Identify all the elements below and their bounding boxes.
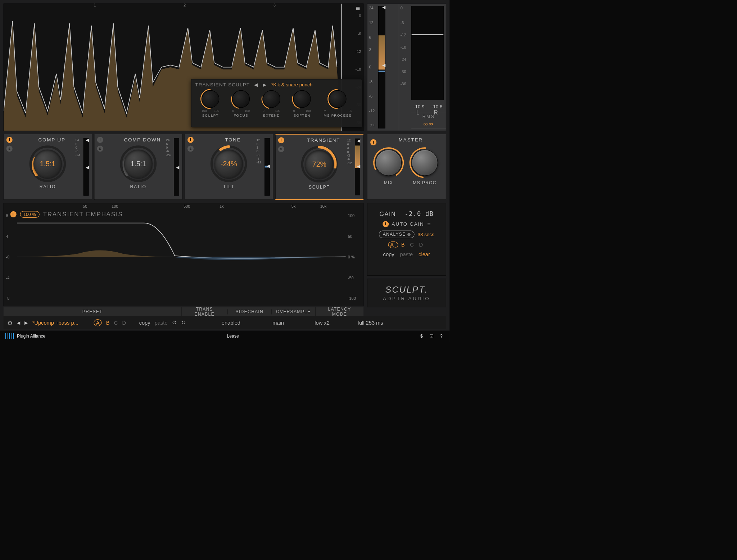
peak-r-value: -10.8 <box>431 104 443 110</box>
preset-prev-icon[interactable]: ◀ <box>17 320 20 325</box>
comp-down-solo-button[interactable]: S <box>97 145 103 152</box>
preset-name[interactable]: *Upcomp +bass p... <box>32 320 78 326</box>
gain-reduction-meter[interactable]: ◀ ◀ <box>378 6 385 128</box>
license-label[interactable]: Lease <box>45 334 420 339</box>
auto-gain-menu-icon[interactable]: ≡ <box>427 221 430 227</box>
comp-up-module: I COMP UP S 1.5:1 RATIO 2460-6-24 ◀◀ <box>4 134 92 200</box>
comp-down-ratio-knob[interactable]: 1.5:1 <box>119 145 157 182</box>
preset-paste-button[interactable]: paste <box>155 320 168 326</box>
transient-popup-preset[interactable]: *Kik & snare punch <box>271 82 312 88</box>
footer-bar: ┃┃┃┃┃ Plugin Alliance Lease $ ⚿ ? <box>0 331 449 342</box>
transient-popup-title: TRANSIENT SCULPT <box>195 82 250 88</box>
snapshot-c-button[interactable]: C <box>410 242 416 248</box>
popup-prev-icon[interactable]: ◀ <box>254 82 258 88</box>
gain-paste-button[interactable]: paste <box>400 251 413 257</box>
extend-knob[interactable]: 0100EXTEND <box>263 90 280 118</box>
transient-sculpt-knob[interactable]: 72% <box>301 145 338 183</box>
gain-panel: GAIN -2.0 dB IAUTO GAIN≡ ANALYSE33 secs … <box>367 203 446 275</box>
preset-a-button[interactable]: A <box>94 319 102 326</box>
analyse-button[interactable]: ANALYSE <box>379 231 415 238</box>
comp-up-ratio-knob[interactable]: 1.5:1 <box>29 145 67 182</box>
tone-module: I TONE S -24% TILT 12630-3-6-12 ◀ <box>185 134 273 200</box>
snapshot-d-button[interactable]: D <box>419 242 425 248</box>
preset-header: PRESET TRANS ENABLE SIDECHAIN OVERSAMPLE… <box>4 307 363 316</box>
plugin-alliance-icon: ┃┃┃┃┃ <box>4 333 14 339</box>
preset-b-button[interactable]: B <box>106 320 110 326</box>
tone-power-button[interactable]: I <box>187 137 194 143</box>
help-icon[interactable]: ? <box>440 334 445 338</box>
transient-module: I TRANSIENT S 72% SCULPT 12630-3-6-12 ◀◀ <box>275 134 364 200</box>
popup-next-icon[interactable]: ▶ <box>263 82 267 88</box>
output-meters: 24 12 6 3 0 -3 -6 -12 -24 ◀ ◀ 0 -6 -12 <box>367 4 446 131</box>
tone-meter[interactable]: 12630-3-6-12 ◀ <box>257 138 270 196</box>
rms-label: RMS ∞∞ <box>411 113 446 128</box>
gain-value[interactable]: -2.0 dB <box>404 210 434 217</box>
comp-up-meter[interactable]: 2460-6-24 ◀◀ <box>76 138 89 196</box>
auto-gain-power-button[interactable]: I <box>383 221 389 227</box>
transient-sculpt-popup: TRANSIENT SCULPT ◀ ▶ *Kik & snare punch … <box>191 79 362 127</box>
sidechain-value[interactable]: main <box>258 320 298 326</box>
master-power-button[interactable]: I <box>370 139 376 145</box>
undo-icon[interactable]: ↺ <box>172 319 177 326</box>
comp-down-meter[interactable]: 2460-6-24 ◀ <box>166 138 179 196</box>
gain-clear-button[interactable]: clear <box>419 251 430 257</box>
hamburger-icon[interactable]: ≡ <box>356 4 360 13</box>
settings-gear-icon[interactable]: ⚙ <box>7 319 13 326</box>
preset-c-button[interactable]: C <box>114 320 118 326</box>
oversample-value[interactable]: low x2 <box>302 320 342 326</box>
tone-tilt-knob[interactable]: -24% <box>210 145 248 182</box>
key-icon[interactable]: ⚿ <box>429 334 437 338</box>
brand-logo: SCULPT. ADPTR AUDIO <box>367 279 446 307</box>
comp-up-power-button[interactable]: I <box>6 137 13 143</box>
preset-d-button[interactable]: D <box>122 320 126 326</box>
transient-power-button[interactable]: I <box>278 137 284 143</box>
tone-solo-button[interactable]: S <box>187 145 194 152</box>
master-msproc-knob[interactable]: MS PROC <box>411 149 438 185</box>
sculpt-knob[interactable]: 100100SCULPT <box>202 90 219 118</box>
rms-infinity-icon: ∞∞ <box>411 120 446 127</box>
soften-knob[interactable]: 0100SOFTEN <box>293 90 311 118</box>
preset-bar: ⚙ ◀ ▶ *Upcomp +bass p... A B C D copy pa… <box>4 316 446 329</box>
msprocess-knob[interactable]: MSMS PROCESS <box>324 90 352 118</box>
focus-knob[interactable]: 0100FOCUS <box>232 90 250 118</box>
currency-icon[interactable]: $ <box>420 334 425 338</box>
snapshot-b-button[interactable]: B <box>401 242 407 248</box>
plugin-alliance-label[interactable]: Plugin Alliance <box>17 334 45 339</box>
transient-emphasis-graph[interactable]: 50 100 500 1k 5k 10k I 100 % TRANSIENT E… <box>4 203 363 306</box>
snapshot-a-button[interactable]: A <box>388 241 398 248</box>
comp-up-solo-button[interactable]: S <box>6 145 13 152</box>
gain-copy-button[interactable]: copy <box>383 251 394 257</box>
comp-down-power-button[interactable]: I <box>97 137 103 143</box>
output-level-meter[interactable] <box>411 6 444 100</box>
preset-next-icon[interactable]: ▶ <box>24 320 28 325</box>
comp-down-module: I COMP DOWN S 1.5:1 RATIO 2460-6-24 ◀ <box>94 134 182 200</box>
latency-value[interactable]: full 253 ms <box>346 320 394 326</box>
redo-icon[interactable]: ↻ <box>181 319 186 326</box>
master-mix-knob[interactable]: MIX <box>375 149 402 185</box>
preset-copy-button[interactable]: copy <box>139 320 150 326</box>
trans-enable-value[interactable]: enabled <box>208 320 254 326</box>
analyse-time: 33 secs <box>418 231 434 237</box>
transient-meter[interactable]: 12630-3-6-12 ◀◀ <box>347 139 360 195</box>
transient-solo-button[interactable]: S <box>278 146 284 152</box>
master-panel: I MASTER MIX MS PROC <box>367 134 446 200</box>
peak-l-value: -10.9 <box>413 104 425 110</box>
